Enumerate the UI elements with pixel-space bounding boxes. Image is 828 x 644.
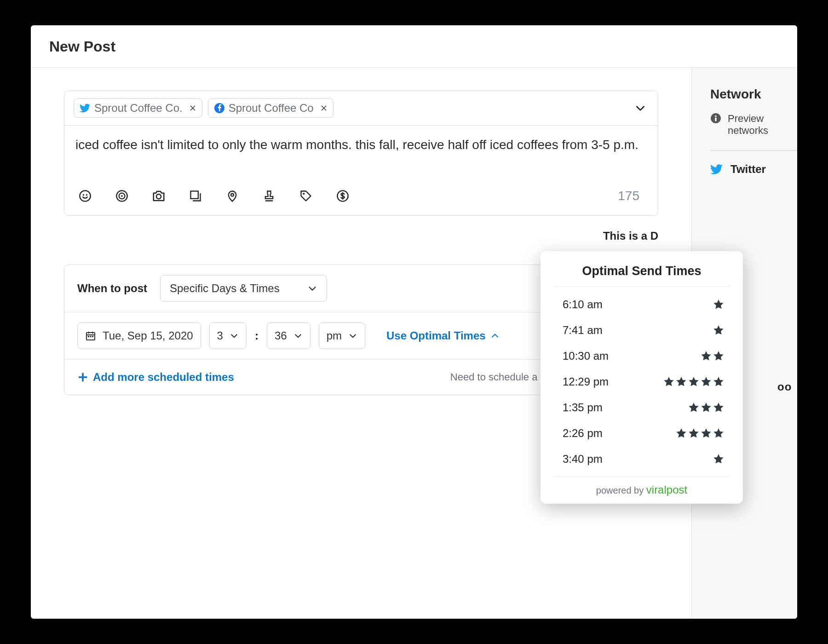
header: New Post [31,25,797,68]
star-icon [713,350,724,362]
profile-chip-facebook[interactable]: Sprout Coffee Co [208,98,334,118]
optimal-time-value: 10:30 am [563,350,609,362]
close-icon [189,104,196,112]
plus-icon [78,372,88,382]
smile-icon [79,190,92,202]
target-button[interactable] [115,189,129,203]
approval-button[interactable] [262,189,276,203]
twitter-icon [710,163,723,176]
chevron-down-icon [348,331,357,340]
star-icon [675,427,687,439]
compose-card: Sprout Coffee Co. Sprout Coffee Co iced … [64,91,658,216]
optimal-time-stars [713,453,724,465]
optimal-time-value: 1:35 pm [563,401,603,414]
remove-chip-button[interactable] [317,104,328,112]
profile-expand-button[interactable] [632,100,649,116]
time-separator: : [255,329,259,342]
schedule-type-value: Specific Days & Times [170,282,280,295]
preview-hint-row: Preview networks [710,113,797,137]
optimal-time-value: 3:40 pm [563,453,603,466]
optimal-time-row[interactable]: 12:29 pm [540,369,743,395]
compose-toolbar: 175 [64,178,658,215]
ampm-select[interactable]: pm [319,322,365,349]
media-library-button[interactable] [189,189,202,203]
date-picker[interactable]: Tue, Sep 15, 2020 [77,322,201,349]
optimal-time-value: 6:10 am [563,298,603,311]
star-icon [713,299,724,310]
profile-picker[interactable]: Sprout Coffee Co. Sprout Coffee Co [64,91,658,126]
schedule-type-select[interactable]: Specific Days & Times [160,275,327,302]
stack-icon [189,190,202,202]
star-icon [700,350,712,362]
chevron-down-icon [634,102,646,114]
star-icon [688,376,700,388]
star-icon [700,427,712,439]
date-value: Tue, Sep 15, 2020 [103,329,193,342]
remove-chip-button[interactable] [186,104,196,112]
optimal-time-stars [688,402,724,414]
truncated-text: oo [777,380,792,393]
optimal-time-stars [675,427,724,439]
star-icon [688,402,700,414]
optimal-time-stars [663,376,724,388]
optimal-time-stars [713,324,724,336]
ampm-value: pm [327,329,342,342]
viralpost-brand: viralpost [646,483,687,496]
profile-chip-twitter[interactable]: Sprout Coffee Co. [74,98,202,118]
optimal-time-row[interactable]: 3:40 pm [540,446,743,472]
optimal-time-row[interactable]: 10:30 am [540,343,743,369]
calendar-icon [85,330,96,341]
chevron-down-icon [293,331,303,340]
star-icon [713,402,724,414]
tag-button[interactable] [299,189,313,203]
info-icon [710,113,721,124]
optimal-time-row[interactable]: 2:26 pm [540,420,743,446]
optimal-time-value: 2:26 pm [563,427,603,440]
add-more-times-label: Add more scheduled times [93,371,234,384]
compose-textarea[interactable]: iced coffee isn't limited to only the wa… [64,126,658,178]
pin-icon [226,190,239,202]
chevron-down-icon [230,331,239,340]
camera-button[interactable] [152,189,166,203]
add-more-times-button[interactable]: Add more scheduled times [77,371,234,384]
minute-select[interactable]: 36 [267,322,310,349]
hour-value: 3 [217,329,223,342]
optimal-time-value: 12:29 pm [563,375,609,388]
optimal-time-row[interactable]: 1:35 pm [540,395,743,420]
stamp-icon [263,190,276,202]
network-tab-twitter[interactable]: Twitter [710,163,797,176]
char-count: 175 [618,189,644,203]
dollar-icon [336,190,349,202]
optimal-time-row[interactable]: 7:41 am [540,317,743,343]
optimal-time-row[interactable]: 6:10 am [540,292,743,317]
minute-value: 36 [275,329,287,342]
star-icon [675,376,687,388]
camera-icon [152,189,166,203]
star-icon [700,402,712,414]
powered-by-label: powered by [596,485,644,495]
star-icon [700,376,712,388]
network-tab-label: Twitter [730,163,766,176]
optimal-times-footer: powered by viralpost [553,477,730,496]
page-title: New Post [49,38,779,55]
star-icon [663,376,675,388]
hour-select[interactable]: 3 [209,322,247,349]
optimal-times-title: Optimal Send Times [553,264,730,287]
side-panel-title: Network [710,87,797,102]
star-icon [713,427,724,439]
use-optimal-times-button[interactable]: Use Optimal Times [386,329,500,342]
monetize-button[interactable] [336,189,350,203]
preview-hint-line2: networks [728,125,768,137]
optimal-time-stars [700,350,724,362]
location-button[interactable] [225,189,239,203]
chevron-down-icon [307,283,317,293]
target-icon [115,190,128,202]
chevron-up-icon [490,331,500,340]
star-icon [713,324,724,336]
facebook-icon [214,103,225,114]
star-icon [688,427,700,439]
close-icon [320,104,328,112]
when-to-post-label: When to post [77,282,147,295]
tag-icon [299,190,312,202]
emoji-button[interactable] [78,189,92,203]
